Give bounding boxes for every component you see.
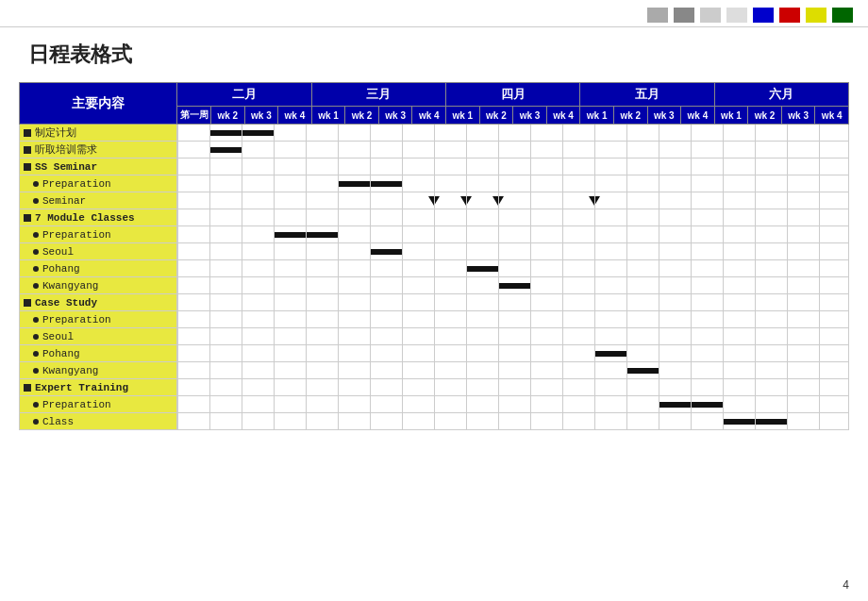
table-row: Kwangyang (20, 277, 849, 294)
gantt-bar-1 (209, 147, 242, 153)
top-bar (0, 0, 868, 27)
bar-cell-8 (177, 260, 849, 277)
bullet-circle (33, 283, 39, 289)
table-row: Pohang (20, 345, 849, 362)
header-month-row: 主要内容 二月 三月 四月 五月 六月 (20, 83, 849, 107)
month-may: 五月 (580, 83, 714, 107)
bar-cell-14 (177, 362, 849, 379)
color-swatch-7 (806, 8, 826, 23)
gantt-table: 主要内容 二月 三月 四月 五月 六月 第一周 wk 2 wk 3 wk 4 w… (19, 82, 849, 430)
row-label-7: Seoul (20, 243, 177, 260)
bar-cell-6 (177, 226, 849, 243)
week-11: wk 3 (513, 107, 547, 125)
month-mar: 三月 (311, 83, 445, 107)
week-2: wk 2 (211, 107, 245, 125)
bar-cell-16 (177, 396, 849, 413)
bar-cell-5 (177, 209, 849, 226)
main-col-header: 主要内容 (20, 83, 177, 125)
row-label-16: Preparation (20, 396, 177, 413)
color-swatch-8 (832, 8, 853, 23)
bar-cell-9 (177, 277, 849, 294)
bullet-circle (33, 266, 39, 272)
color-swatch-3 (700, 8, 721, 23)
row-label-11: Preparation (20, 311, 177, 328)
table-row: Preparation (20, 311, 849, 328)
table-row: Class (20, 413, 849, 430)
table-row: Preparation (20, 175, 849, 192)
table-row: Expert Training (20, 379, 849, 396)
page-title: 日程表格式 (0, 27, 868, 78)
bar-cell-0 (177, 125, 849, 142)
gantt-bar-13 (594, 351, 626, 357)
bullet-circle (33, 351, 39, 357)
bullet-circle (33, 317, 39, 323)
table-row: Case Study (20, 294, 849, 311)
table-row: 7 Module Classes (20, 209, 849, 226)
bar-cell-7 (177, 243, 849, 260)
bullet-circle (33, 181, 39, 187)
row-label-6: Preparation (20, 226, 177, 243)
row-label-1: 听取培训需求 (20, 142, 177, 159)
row-label-5: 7 Module Classes (20, 209, 177, 226)
row-label-9: Kwangyang (20, 277, 177, 294)
table-row: Preparation (20, 396, 849, 413)
bullet-square (24, 129, 31, 137)
row-label-17: Class (20, 413, 177, 430)
bar-cell-10 (177, 294, 849, 311)
bar-cell-15 (177, 379, 849, 396)
bullet-circle (33, 402, 39, 408)
gantt-bar-8 (466, 266, 498, 272)
bar-cell-4 (177, 192, 849, 209)
row-label-4: Seminar (20, 192, 177, 209)
week-3: wk 3 (244, 107, 278, 125)
week-8: wk 4 (412, 107, 446, 125)
bullet-circle (33, 232, 39, 238)
week-9: wk 1 (446, 107, 480, 125)
bar-cell-12 (177, 328, 849, 345)
table-row: Kwangyang (20, 362, 849, 379)
bullet-square (24, 163, 31, 171)
table-row: Pohang (20, 260, 849, 277)
row-label-8: Pohang (20, 260, 177, 277)
gantt-wrapper: 主要内容 二月 三月 四月 五月 六月 第一周 wk 2 wk 3 wk 4 w… (0, 78, 868, 449)
table-row: Seoul (20, 328, 849, 345)
month-feb: 二月 (177, 83, 311, 107)
bar-cell-17 (177, 413, 849, 430)
row-label-2: SS Seminar (20, 159, 177, 175)
bullet-square (24, 146, 31, 154)
table-row: 制定计划 (20, 125, 849, 142)
row-label-14: Kwangyang (20, 362, 177, 379)
week-1: 第一周 (177, 107, 211, 125)
bullet-circle (33, 198, 39, 204)
week-15: wk 3 (647, 107, 681, 125)
table-row: Seoul (20, 243, 849, 260)
week-19: wk 3 (781, 107, 815, 125)
bullet-circle (33, 249, 39, 255)
row-label-3: Preparation (20, 175, 177, 192)
week-13: wk 1 (580, 107, 614, 125)
table-row: 听取培训需求 (20, 142, 849, 159)
color-swatch-5 (753, 8, 774, 23)
week-6: wk 2 (345, 107, 379, 125)
bar-cell-2 (177, 159, 849, 175)
week-17: wk 1 (714, 107, 748, 125)
bullet-square (24, 384, 31, 392)
gantt-bar-14 (626, 368, 659, 374)
row-label-15: Expert Training (20, 379, 177, 396)
page-number: 4 (843, 578, 849, 592)
color-swatch-2 (674, 8, 694, 23)
bar-cell-11 (177, 311, 849, 328)
bullet-square (24, 299, 31, 307)
color-swatch-6 (779, 8, 800, 23)
bullet-circle (33, 419, 39, 425)
bar-cell-1 (177, 142, 849, 159)
table-row: Preparation (20, 226, 849, 243)
week-5: wk 1 (311, 107, 345, 125)
week-10: wk 2 (479, 107, 513, 125)
week-20: wk 4 (815, 107, 849, 125)
table-row: Seminar (20, 192, 849, 209)
row-label-0: 制定计划 (20, 125, 177, 142)
color-swatch-1 (647, 8, 668, 23)
week-18: wk 2 (748, 107, 782, 125)
month-jun: 六月 (714, 83, 848, 107)
